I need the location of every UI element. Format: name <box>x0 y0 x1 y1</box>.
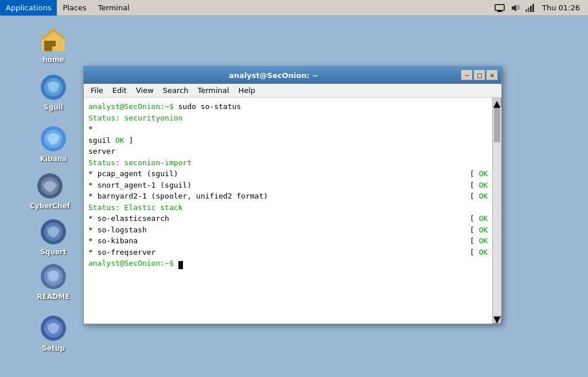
term-item-10: * so-kibana <box>88 235 138 247</box>
svg-marker-3 <box>512 5 516 11</box>
svg-rect-0 <box>495 5 504 10</box>
volume-icon[interactable]: ) ) <box>509 2 520 14</box>
menu-search[interactable]: Search <box>158 85 193 96</box>
sguil-icon <box>40 73 67 101</box>
squert-icon <box>40 218 67 246</box>
screen-icon[interactable] <box>494 2 505 14</box>
term-line-10: * so-kibana [ OK ] <box>88 235 497 247</box>
terminal-content[interactable]: analyst@SecOnion:~$ sudo so-status Statu… <box>84 98 501 324</box>
term-item-6: * barnyard2-1 (spooler, unified2 format) <box>88 191 268 202</box>
svg-rect-2 <box>497 11 503 12</box>
svg-rect-6 <box>525 9 527 12</box>
svg-marker-13 <box>42 30 65 40</box>
scrollbar-down[interactable]: ▼ <box>493 314 501 324</box>
scrollbar-thumb[interactable] <box>494 108 500 142</box>
menu-help[interactable]: Help <box>233 85 260 96</box>
desktop-icon-squert[interactable]: Squert <box>33 218 73 256</box>
desktop-icon-sguil[interactable]: Sguil <box>33 73 73 111</box>
menu-edit[interactable]: Edit <box>108 85 131 96</box>
taskbar-menu: Applications Places Terminal <box>0 0 135 15</box>
term-line-3: Status: seconion-import <box>88 157 497 169</box>
term-line-11: * so-freqserver [ OK ] <box>88 247 497 258</box>
terminal-menu-bar: File Edit View Search Terminal Help <box>84 84 501 98</box>
desktop-icon-setup[interactable]: Setup <box>33 314 73 352</box>
network-icon[interactable] <box>524 2 535 14</box>
svg-rect-1 <box>498 10 501 11</box>
terminal-scrollbar[interactable]: ▲ ▼ <box>492 98 501 324</box>
clock: Thu 01:26 <box>539 3 583 12</box>
cyberchef-icon-label: CyberChef <box>30 202 70 210</box>
term-line-0: analyst@SecOnion:~$ sudo so-status <box>88 101 497 112</box>
setup-icon-label: Setup <box>42 344 65 352</box>
svg-rect-7 <box>528 7 529 12</box>
scrollbar-up[interactable]: ▲ <box>493 98 501 107</box>
term-line-4: * pcap_agent (sguil) [ OK ] <box>88 168 497 180</box>
desktop-icon-cyberchef[interactable]: CyberChef <box>30 172 70 210</box>
svg-rect-15 <box>51 41 56 46</box>
term-item-5: * snort_agent-1 (sguil) <box>88 180 192 191</box>
menu-terminal[interactable]: Terminal <box>92 0 135 15</box>
term-prompt-0: analyst@SecOnion:~$ <box>88 102 178 111</box>
term-cmd-0: sudo so-status <box>178 102 242 111</box>
title-bar[interactable]: analyst@SecOnion: ~ − □ × <box>84 67 501 84</box>
term-line-6: * barnyard2-1 (spooler, unified2 format)… <box>88 191 497 202</box>
term-line-7: Status: Elastic stack <box>88 202 497 213</box>
squert-icon-label: Squert <box>40 248 67 256</box>
taskbar: Applications Places Terminal ) ) <box>0 0 588 16</box>
close-button[interactable]: × <box>486 70 498 80</box>
menu-terminal[interactable]: Terminal <box>193 85 233 96</box>
cyberchef-icon <box>36 172 64 200</box>
menu-applications[interactable]: Applications <box>0 0 57 15</box>
term-item-11: * so-freqserver <box>88 247 155 258</box>
term-line-5: * snort_agent-1 (sguil) [ OK ] <box>88 180 497 191</box>
home-icon-label: home <box>42 56 64 64</box>
term-line-final: analyst@SecOnion:~$ <box>88 258 497 269</box>
readme-icon-label: README <box>37 293 70 301</box>
term-status-3: Status: seconion-import <box>88 158 192 167</box>
desktop-icon-kibana[interactable]: Kibana <box>33 125 73 163</box>
term-prompt-final: analyst@SecOnion:~$ <box>88 259 178 267</box>
term-line-1: Status: securityonion <box>88 112 497 124</box>
kibana-icon <box>40 125 67 153</box>
desktop-icon-home[interactable]: home <box>33 26 73 64</box>
kibana-icon-label: Kibana <box>40 155 67 163</box>
setup-icon <box>40 314 67 342</box>
menu-places[interactable]: Places <box>57 0 92 15</box>
term-line-8: * so-elasticsearch [ OK ] <box>88 213 497 224</box>
term-status-7: Status: Elastic stack <box>88 203 182 212</box>
term-status-1: Status: securityonion <box>88 114 182 122</box>
home-folder-icon <box>40 26 67 53</box>
svg-rect-12 <box>44 41 52 51</box>
term-item-8: * so-elasticsearch <box>88 213 169 224</box>
terminal-window: analyst@SecOnion: ~ − □ × File Edit View… <box>83 66 502 324</box>
term-ok-2: [ OK ] <box>115 123 501 157</box>
maximize-button[interactable]: □ <box>474 70 485 80</box>
menu-view[interactable]: View <box>131 85 158 96</box>
svg-rect-9 <box>532 4 534 12</box>
desktop-icon-readme[interactable]: README <box>33 263 73 301</box>
sguil-icon-label: Sguil <box>44 103 63 111</box>
term-item-4: * pcap_agent (sguil) <box>88 168 178 180</box>
svg-rect-8 <box>530 6 532 12</box>
svg-text:): ) <box>518 5 520 10</box>
term-item-9: * so-logstash <box>88 224 147 236</box>
readme-icon <box>40 263 67 290</box>
term-line-2: * sguil server [ OK ] <box>88 123 497 157</box>
term-item-2: * sguil server <box>88 123 115 157</box>
menu-file[interactable]: File <box>86 85 108 96</box>
minimize-button[interactable]: − <box>461 70 473 80</box>
terminal-title: analyst@SecOnion: ~ <box>87 71 460 80</box>
taskbar-right: ) ) Thu 01:26 <box>494 2 588 14</box>
term-cursor <box>178 261 183 269</box>
term-line-9: * so-logstash [ OK ] <box>88 224 497 236</box>
